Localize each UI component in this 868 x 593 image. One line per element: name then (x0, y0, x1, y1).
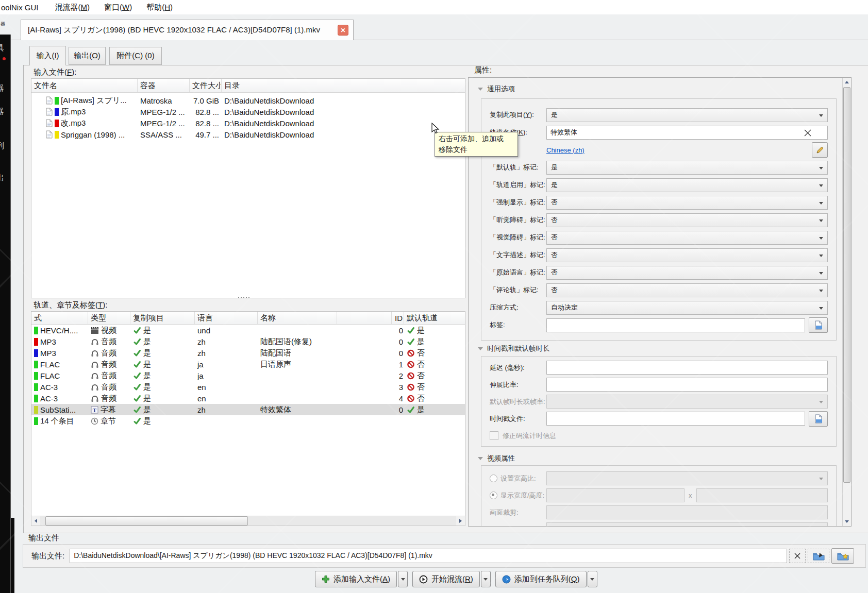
add-to-queue-button[interactable]: 添加到任务队列(Q) (495, 571, 587, 587)
tags-input[interactable] (546, 318, 805, 332)
visual-impaired-flag-combo[interactable]: 否 (546, 231, 828, 245)
browse-tags-button[interactable] (809, 317, 828, 333)
input-files-table[interactable]: 文件名 容器 文件大小 目录 [AI-Raws] スプリ... Matroska… (31, 78, 465, 298)
tab-output[interactable]: 输出(O) (69, 47, 106, 65)
file-row[interactable]: 改.mp3 MPEG-1/2 ... 82.8 ... D:\BaiduNetd… (31, 117, 465, 129)
col-name[interactable]: 名称 (258, 312, 337, 324)
stretch-input[interactable] (546, 378, 828, 392)
col-directory[interactable]: 目录 (222, 79, 465, 92)
track-row[interactable]: AC-3 音频 是 en 3 否 (31, 381, 465, 393)
track-row[interactable]: FLAC 音频 是 ja 日语原声 1 否 (31, 359, 465, 370)
hearing-impaired-flag-combo[interactable]: 否 (546, 213, 828, 227)
browse-output-button[interactable] (808, 549, 829, 563)
track-copy: 是 (143, 416, 151, 426)
track-row[interactable]: 14 个条目 章节 是 (31, 415, 465, 427)
track-row[interactable]: AC-3 音频 是 en 4 否 (31, 393, 465, 404)
add-source-dropdown[interactable] (398, 571, 408, 587)
tab-close-icon[interactable]: ✕ (338, 25, 348, 36)
default-duration-combo (546, 395, 828, 409)
properties-vscrollbar[interactable] (842, 78, 851, 526)
browse-timestamp-button[interactable] (809, 411, 828, 427)
forbidden-icon (407, 395, 415, 402)
clear-output-button[interactable] (789, 549, 806, 563)
col-language[interactable]: 语言 (195, 312, 258, 324)
copy-item-value: 是 (551, 110, 558, 120)
scroll-track[interactable] (40, 516, 456, 526)
enabled-flag-combo[interactable]: 是 (546, 178, 828, 192)
aspect-ratio-option: 设置宽高比: (490, 474, 546, 483)
hearing-impaired-flag-value: 否 (551, 215, 558, 225)
tracks-hscrollbar[interactable] (31, 516, 465, 526)
menu-window[interactable]: 窗口(W) (97, 1, 139, 14)
menu-help[interactable]: 帮助(H) (139, 1, 180, 14)
text-descriptions-flag-combo[interactable]: 否 (546, 248, 828, 262)
tracks-table-header[interactable]: 式 类型 复制项目 语言 名称 ID 默认轨道 (31, 312, 465, 325)
check-icon (407, 327, 415, 334)
start-muxing-dropdown[interactable] (481, 571, 491, 587)
scroll-right-button[interactable] (456, 516, 465, 526)
col-copy[interactable]: 复制项目 (130, 312, 195, 324)
track-row-selected[interactable]: SubStati... T字幕 是 zh 特效繁体 0 是 (31, 404, 465, 415)
col-default-track[interactable]: 默认轨道 (404, 312, 465, 324)
file-name-cell: Spriggan (1998) ... (31, 129, 138, 140)
clear-icon[interactable] (803, 128, 813, 140)
output-file-input[interactable]: D:\BaiduNetdiskDownload\[AI-Raws] スプリガン(… (70, 549, 787, 563)
forced-flag-combo[interactable]: 否 (546, 196, 828, 210)
timestamp-file-input[interactable] (546, 412, 805, 426)
scroll-thumb[interactable] (45, 516, 248, 526)
col-codec[interactable]: 式 (31, 312, 88, 324)
language-link[interactable]: Chinese (zh) (546, 146, 585, 154)
col-size[interactable]: 文件大小 (190, 79, 222, 92)
track-row[interactable]: MP3 音频 是 zh 陆配国语(修复) 0 是 (31, 336, 465, 347)
tracks-table[interactable]: 式 类型 复制项目 语言 名称 ID 默认轨道 HEVC/H.... 视频 是 … (31, 311, 465, 516)
collapse-icon (478, 457, 483, 463)
default-flag-combo[interactable]: 是 (546, 161, 828, 175)
check-icon (133, 327, 141, 334)
menu-app[interactable]: oolNix GUI (0, 2, 48, 13)
track-name: 陆配国语(修复) (258, 336, 337, 347)
menu-multiplexer[interactable]: 混流器(M) (48, 1, 97, 14)
section-timestamps[interactable]: 时间戳和默认帧时长 (478, 344, 550, 353)
track-row[interactable]: MP3 音频 是 zh 陆配国语 0 否 (31, 347, 465, 359)
add-source-button[interactable]: 添加输入文件(A) (315, 571, 397, 587)
col-type[interactable]: 类型 (88, 312, 130, 324)
start-muxing-button[interactable]: 开始混流(R) (412, 571, 480, 587)
start-muxing-label: 开始混流(R) (431, 574, 473, 584)
tab-attachments[interactable]: 附件(C) (0) (109, 47, 162, 65)
scroll-down-button[interactable] (843, 517, 851, 526)
commentary-flag-combo[interactable]: 否 (546, 283, 828, 297)
track-row[interactable]: HEVC/H.... 视频 是 und 0 是 (31, 325, 465, 336)
file-row[interactable]: 原.mp3 MPEG-1/2 ... 82.8 ... D:\BaiduNetd… (31, 106, 465, 117)
add-to-queue-dropdown[interactable] (588, 571, 597, 587)
track-id: 0 (392, 336, 404, 347)
track-row[interactable]: FLAC 音频 是 ja 2 否 (31, 370, 465, 381)
edit-language-button[interactable] (812, 142, 828, 158)
original-language-flag-combo[interactable]: 否 (546, 266, 828, 280)
track-language: ja (195, 359, 258, 370)
file-row[interactable]: [AI-Raws] スプリ... Matroska 7.0 GiB D:\Bai… (31, 95, 465, 106)
scroll-left-button[interactable] (31, 516, 40, 526)
tab-output-label: 输出(O) (74, 51, 101, 61)
splitter-handle[interactable] (238, 297, 249, 298)
file-row[interactable]: Spriggan (1998) ... SSA/ASS ... 49.7 ...… (31, 129, 465, 140)
source-color-swatch (55, 120, 59, 127)
audio-icon (91, 372, 99, 380)
section-general[interactable]: 通用选项 (478, 84, 515, 94)
scroll-thumb[interactable] (843, 87, 850, 483)
copy-item-combo[interactable]: 是 (546, 108, 828, 122)
section-video[interactable]: 视频属性 (478, 454, 515, 463)
file-name-cell: [AI-Raws] スプリ... (31, 95, 138, 106)
compression-combo[interactable]: 自动决定 (546, 301, 828, 315)
col-filename[interactable]: 文件名 (31, 79, 138, 92)
track-name-value: 特效繁体 (550, 128, 577, 137)
tab-input[interactable]: 输入(I) (29, 46, 66, 65)
scroll-up-button[interactable] (843, 78, 851, 87)
file-size: 82.8 ... (190, 106, 222, 117)
track-name-input[interactable]: 特效繁体 (546, 126, 828, 140)
delay-input[interactable] (546, 361, 828, 375)
col-id[interactable]: ID (392, 312, 404, 324)
file-tab[interactable]: [AI-Raws] スプリガン(1998) (BD HEVC 1920x1032… (21, 20, 354, 40)
output-options-button[interactable] (831, 548, 854, 564)
files-table-header[interactable]: 文件名 容器 文件大小 目录 (31, 79, 465, 93)
col-container[interactable]: 容器 (138, 79, 190, 92)
